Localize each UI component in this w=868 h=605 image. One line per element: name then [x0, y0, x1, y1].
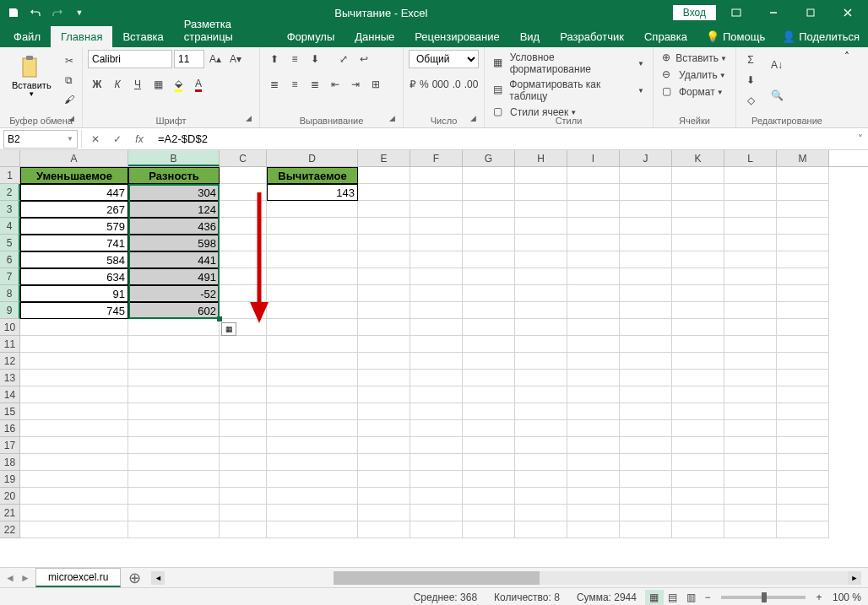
- undo-icon[interactable]: [25, 3, 46, 23]
- cell-B13[interactable]: [128, 370, 220, 386]
- col-header-I[interactable]: I: [567, 150, 620, 166]
- col-header-J[interactable]: J: [620, 150, 672, 166]
- cell-A4[interactable]: 579: [20, 218, 128, 235]
- cell-K12[interactable]: [672, 353, 724, 370]
- cell-I13[interactable]: [567, 370, 620, 386]
- col-header-B[interactable]: B: [128, 150, 220, 166]
- hscroll-left-icon[interactable]: ◄: [151, 571, 165, 585]
- cell-G7[interactable]: [463, 268, 515, 285]
- cell-D19[interactable]: [267, 471, 358, 488]
- cell-L1[interactable]: [724, 167, 777, 184]
- cell-A16[interactable]: [20, 420, 128, 437]
- cell-F12[interactable]: [410, 353, 463, 370]
- maximize-icon[interactable]: [794, 0, 827, 25]
- cell-A9[interactable]: 745: [20, 302, 128, 319]
- fill-icon[interactable]: ⬇: [741, 71, 760, 89]
- fx-icon[interactable]: fx: [129, 130, 149, 149]
- cell-H11[interactable]: [515, 336, 567, 353]
- cell-L8[interactable]: [724, 285, 777, 302]
- sheet-tab[interactable]: microexcel.ru: [35, 568, 121, 587]
- row-header-19[interactable]: 19: [0, 471, 20, 488]
- tab-formulas[interactable]: Формулы: [277, 26, 345, 47]
- cell-L9[interactable]: [724, 302, 777, 319]
- cell-M15[interactable]: [777, 403, 829, 420]
- cell-I21[interactable]: [567, 505, 620, 521]
- cell-E18[interactable]: [358, 454, 410, 471]
- cell-H3[interactable]: [515, 201, 567, 218]
- tab-view[interactable]: Вид: [510, 26, 551, 47]
- row-header-12[interactable]: 12: [0, 353, 20, 370]
- add-sheet-button[interactable]: ⊕: [124, 570, 144, 586]
- cell-D15[interactable]: [267, 403, 358, 420]
- row-header-15[interactable]: 15: [0, 403, 20, 420]
- tell-me[interactable]: 💡Помощь: [697, 26, 773, 47]
- cell-C22[interactable]: [220, 521, 267, 538]
- share-button[interactable]: 👤Поделиться: [773, 26, 868, 47]
- row-header-21[interactable]: 21: [0, 505, 20, 521]
- cell-F14[interactable]: [410, 386, 463, 403]
- cell-M19[interactable]: [777, 471, 829, 488]
- cell-K2[interactable]: [672, 184, 724, 201]
- cell-L16[interactable]: [724, 420, 777, 437]
- cell-C15[interactable]: [220, 403, 267, 420]
- number-launcher-icon[interactable]: ◢: [470, 114, 480, 124]
- cell-J2[interactable]: [620, 184, 672, 201]
- cell-K9[interactable]: [672, 302, 724, 319]
- conditional-formatting-button[interactable]: ▦Условное форматирование▼: [490, 50, 648, 77]
- cell-L15[interactable]: [724, 403, 777, 420]
- cell-J22[interactable]: [620, 521, 672, 538]
- cell-E2[interactable]: [358, 184, 410, 201]
- decrease-indent-icon[interactable]: ⇤: [326, 75, 344, 94]
- cell-D13[interactable]: [267, 370, 358, 386]
- cell-M9[interactable]: [777, 302, 829, 319]
- cell-I6[interactable]: [567, 251, 620, 268]
- cell-F16[interactable]: [410, 420, 463, 437]
- cell-M2[interactable]: [777, 184, 829, 201]
- cell-D14[interactable]: [267, 386, 358, 403]
- cell-E10[interactable]: [358, 319, 410, 336]
- cell-H2[interactable]: [515, 184, 567, 201]
- cell-I12[interactable]: [567, 353, 620, 370]
- cell-I2[interactable]: [567, 184, 620, 201]
- cell-F18[interactable]: [410, 454, 463, 471]
- cell-M22[interactable]: [777, 521, 829, 538]
- cell-E1[interactable]: [358, 167, 410, 184]
- cell-B3[interactable]: 124: [128, 201, 220, 218]
- cell-F17[interactable]: [410, 437, 463, 454]
- bold-button[interactable]: Ж: [88, 75, 106, 94]
- cell-D9[interactable]: [267, 302, 358, 319]
- col-header-E[interactable]: E: [358, 150, 410, 166]
- cell-G8[interactable]: [463, 285, 515, 302]
- cell-L13[interactable]: [724, 370, 777, 386]
- cell-I1[interactable]: [567, 167, 620, 184]
- name-box[interactable]: B2▼: [3, 130, 78, 149]
- cell-E22[interactable]: [358, 521, 410, 538]
- cell-G6[interactable]: [463, 251, 515, 268]
- cell-M12[interactable]: [777, 353, 829, 370]
- cell-K5[interactable]: [672, 235, 724, 251]
- cell-E20[interactable]: [358, 488, 410, 505]
- cell-K1[interactable]: [672, 167, 724, 184]
- autosum-icon[interactable]: Σ: [741, 51, 760, 69]
- cell-K21[interactable]: [672, 505, 724, 521]
- cell-H12[interactable]: [515, 353, 567, 370]
- col-header-C[interactable]: C: [220, 150, 267, 166]
- cell-J9[interactable]: [620, 302, 672, 319]
- cell-J6[interactable]: [620, 251, 672, 268]
- orientation-icon[interactable]: ⤢: [334, 50, 353, 68]
- cell-G12[interactable]: [463, 353, 515, 370]
- cell-G17[interactable]: [463, 437, 515, 454]
- cell-I10[interactable]: [567, 319, 620, 336]
- cell-E17[interactable]: [358, 437, 410, 454]
- cell-C12[interactable]: [220, 353, 267, 370]
- increase-indent-icon[interactable]: ⇥: [346, 75, 365, 94]
- clipboard-launcher-icon[interactable]: ◢: [68, 114, 79, 124]
- tab-review[interactable]: Рецензирование: [404, 26, 509, 47]
- cell-M11[interactable]: [777, 336, 829, 353]
- cell-E15[interactable]: [358, 403, 410, 420]
- number-format-select[interactable]: Общий: [409, 50, 479, 68]
- cell-M20[interactable]: [777, 488, 829, 505]
- cell-K15[interactable]: [672, 403, 724, 420]
- col-header-F[interactable]: F: [410, 150, 463, 166]
- cell-B18[interactable]: [128, 454, 220, 471]
